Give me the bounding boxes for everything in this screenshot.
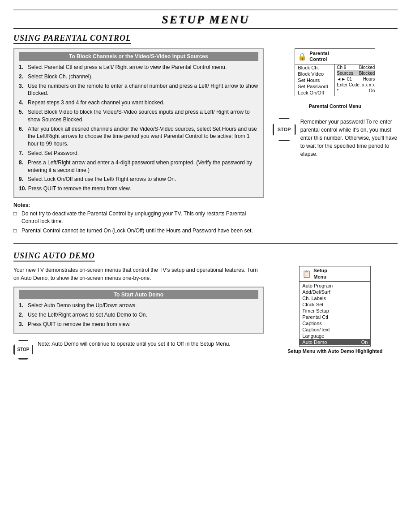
list-item: 6.After you block all desired channels a… — [19, 125, 258, 148]
list-item: 1.Select Parental Ctl and press a Left/ … — [19, 64, 258, 71]
setup-menu-header: 📋 SetupMenu — [300, 266, 370, 281]
auto-demo-section: USING AUTO DEMO Your new TV demonstrates… — [13, 251, 398, 359]
setup-menu-item: Auto DemoOn — [300, 339, 370, 345]
parental-left-col: To Block Channels or the Video/S-Video I… — [13, 48, 264, 236]
setup-menu-icon: 📋 — [302, 270, 311, 278]
parental-steps-list: 1.Select Parental Ctl and press a Left/ … — [19, 64, 258, 193]
parental-heading: USING PARENTAL CONTROL — [13, 34, 131, 44]
list-item: 2.Select Block Ch. (channel). — [19, 73, 258, 81]
setup-menu-box: 📋 SetupMenu Auto ProgramAdd/Del/SurfCh. … — [299, 266, 371, 346]
auto-demo-stop-text: Note: Auto Demo will continue to operate… — [38, 340, 231, 348]
auto-demo-intro: Your new TV demonstrates on-screen menus… — [13, 266, 264, 282]
parental-menu-right-row: *On — [337, 88, 375, 94]
stop-sign: STOP — [273, 118, 296, 141]
page-title: SETUP MENU — [162, 13, 249, 26]
setup-menu-caption: Setup Menu with Auto Demo Highlighted — [287, 348, 382, 354]
parental-menu-left-col: Block Ch.Block VideoSet HoursSet Passwor… — [295, 64, 334, 96]
setup-menu-item: Ch. Labels — [300, 295, 370, 301]
list-item: 4.Repeat steps 3 and 4 for each channel … — [19, 99, 258, 107]
parental-menu-split: Block Ch.Block VideoSet HoursSet Passwor… — [295, 64, 375, 96]
parental-instruction-title: To Block Channels or the Video/S-Video I… — [19, 52, 258, 61]
auto-demo-left-col: Your new TV demonstrates on-screen menus… — [13, 266, 264, 359]
notes-list: □Do not try to deactivate the Parental C… — [13, 210, 264, 234]
parental-menu-right-row: Ch 9Blocked — [337, 64, 375, 70]
list-item: □Do not try to deactivate the Parental C… — [13, 210, 264, 225]
list-item: 3.Use the numbers on the remote to enter… — [19, 82, 258, 98]
list-item: 10.Press QUIT to remove the menu from vi… — [19, 185, 258, 193]
section-divider — [13, 243, 398, 244]
setup-menu-items: Auto ProgramAdd/Del/SurfCh. LabelsClock … — [300, 282, 370, 346]
setup-menu-item: Captions — [300, 320, 370, 326]
list-item: 1.Select Auto Demo using the Up/Down arr… — [19, 302, 258, 309]
page-title-container: SETUP MENU — [13, 13, 398, 29]
parental-menu-title: ParentalControl — [309, 51, 329, 62]
parental-menu-item: Block Video — [295, 71, 334, 77]
parental-menu-caption: Parental Control Menu — [309, 103, 361, 109]
parental-menu-item: Block Ch. — [295, 64, 334, 71]
setup-menu-item: Auto Program — [300, 283, 370, 289]
parental-menu-item: Set Password — [295, 83, 334, 90]
auto-demo-instruction-title: To Start Auto Demo — [19, 290, 258, 299]
parental-menu-right-row: ◄► 01Hours — [337, 76, 375, 82]
parental-notes: Notes: □Do not try to deactivate the Par… — [13, 202, 264, 234]
list-item: 9.Select Lock On/Off and use the Left/ R… — [19, 176, 258, 183]
list-item: □Parental Control cannot be turned On (L… — [13, 227, 264, 235]
list-item: 2.Use the Left/Right arrows to set Auto … — [19, 311, 258, 319]
parental-section: USING PARENTAL CONTROL To Block Channels… — [13, 34, 398, 236]
parental-stop-container: STOP Remember your password! To re-enter… — [273, 118, 398, 158]
parental-menu-right-row: Enter Code: x x x x — [337, 82, 375, 88]
setup-menu-title: SetupMenu — [313, 268, 327, 279]
auto-demo-stop-sign: STOP — [13, 340, 33, 360]
auto-demo-stop-container: STOP Note: Auto Demo will continue to op… — [13, 340, 264, 360]
parental-menu-item: Lock On/Off — [295, 90, 334, 96]
auto-demo-steps-list: 1.Select Auto Demo using the Up/Down arr… — [19, 302, 258, 328]
setup-menu-item: Add/Del/Surf — [300, 289, 370, 295]
notes-label: Notes: — [13, 202, 30, 208]
parental-instruction-box: To Block Channels or the Video/S-Video I… — [13, 48, 264, 198]
setup-menu-item: Clock Set — [300, 301, 370, 308]
setup-menu-item: Caption/Text — [300, 326, 370, 333]
auto-demo-instruction-box: To Start Auto Demo 1.Select Auto Demo us… — [13, 287, 264, 333]
parental-menu-right-row: SourcesBlocked — [337, 70, 375, 76]
parental-menu-right-col: Ch 9BlockedSourcesBlocked◄► 01HoursEnter… — [334, 64, 375, 96]
list-item: 5.Select Block Video to block the Video/… — [19, 108, 258, 124]
parental-right-col: 🔒 ParentalControl Block Ch.Block VideoSe… — [273, 48, 398, 236]
parental-menu-header: 🔒 ParentalControl — [295, 49, 375, 64]
setup-menu-item: Timer Setup — [300, 308, 370, 314]
list-item: 8.Press a Left/Right arrow and enter a 4… — [19, 159, 258, 174]
parental-stop-text: Remember your password! To re-enter pare… — [300, 118, 398, 158]
setup-menu-item: Language — [300, 333, 370, 339]
page-top-border — [13, 9, 398, 10]
lock-icon: 🔒 — [298, 52, 307, 61]
auto-demo-right-col: 📋 SetupMenu Auto ProgramAdd/Del/SurfCh. … — [273, 266, 398, 359]
list-item: 3.Press QUIT to remove the menu from vie… — [19, 321, 258, 328]
auto-demo-heading: USING AUTO DEMO — [13, 251, 95, 262]
parental-menu-item: Set Hours — [295, 77, 334, 83]
list-item: 7.Select Set Password. — [19, 150, 258, 157]
parental-menu-box: 🔒 ParentalControl Block Ch.Block VideoSe… — [295, 48, 375, 96]
setup-menu-item: Parental Ctl — [300, 314, 370, 320]
